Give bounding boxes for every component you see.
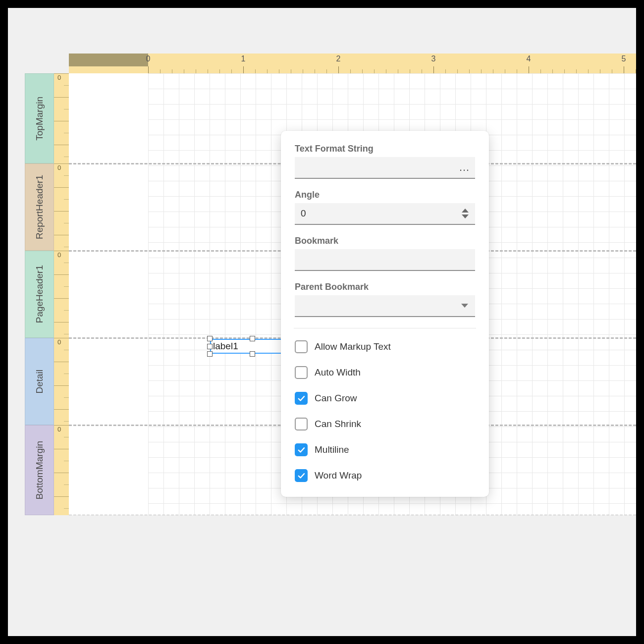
hruler-number: 3 [431, 54, 436, 63]
hruler-number: 1 [241, 54, 246, 63]
angle-spinner [459, 203, 471, 224]
band-label-text: PageHeader1 [34, 265, 45, 323]
checkbox-allow-markup[interactable]: Allow Markup Text [295, 340, 475, 353]
properties-popup: Text Format String … Angle 0 Bookmark Pa… [281, 131, 489, 497]
angle-label: Angle [295, 190, 475, 200]
checkbox-label: Word Wrap [315, 470, 362, 481]
vruler-number: 0 [57, 251, 61, 259]
checkbox-label: Multiline [315, 444, 349, 455]
checkbox-word-wrap[interactable]: Word Wrap [295, 469, 475, 482]
hruler-number: 2 [336, 54, 341, 63]
bookmark-label: Bookmark [295, 236, 475, 246]
angle-value: 0 [301, 208, 306, 219]
checkbox-label: Auto Width [315, 367, 361, 378]
checkbox-unchecked-icon[interactable] [295, 366, 308, 379]
checkbox-label: Can Shrink [315, 419, 361, 429]
parent-bookmark-label: Parent Bookmark [295, 282, 475, 292]
ellipsis-icon[interactable]: … [459, 161, 470, 174]
hruler-number: 4 [527, 54, 531, 63]
checkbox-checked-icon[interactable] [295, 392, 308, 405]
text-format-string-input[interactable]: … [295, 157, 475, 179]
checkbox-checked-icon[interactable] [295, 443, 308, 456]
checkbox-label: Allow Markup Text [315, 341, 391, 352]
band-report-header[interactable]: ReportHeader1 [25, 163, 54, 251]
bookmark-input[interactable] [295, 249, 475, 271]
resize-handle[interactable] [207, 344, 213, 349]
resize-handle[interactable] [250, 336, 255, 341]
checkbox-checked-icon[interactable] [295, 469, 308, 482]
band-labels-column: TopMarginReportHeader1PageHeader1DetailB… [25, 73, 54, 515]
vertical-ruler[interactable]: 00000 [54, 73, 69, 515]
designer-canvas: 012345 00000 TopMarginReportHeader1PageH… [8, 8, 636, 636]
angle-input[interactable]: 0 [295, 203, 475, 225]
band-bottom-margin[interactable]: BottomMargin [25, 425, 54, 515]
surface-end-area [69, 515, 636, 636]
band-label-text: Detail [34, 370, 45, 394]
band-detail[interactable]: Detail [25, 338, 54, 425]
ruler-corner [69, 54, 148, 66]
checkbox-can-shrink[interactable]: Can Shrink [295, 418, 475, 430]
band-label-text: ReportHeader1 [34, 175, 45, 239]
checkbox-unchecked-icon[interactable] [295, 418, 308, 430]
chevron-down-icon[interactable] [461, 304, 468, 308]
checkbox-unchecked-icon[interactable] [295, 340, 308, 353]
vruler-number: 0 [57, 426, 61, 433]
resize-handle[interactable] [207, 336, 213, 341]
vruler-number: 0 [57, 164, 61, 171]
vruler-number: 0 [57, 74, 61, 81]
parent-bookmark-select[interactable] [295, 295, 475, 317]
band-label-text: BottomMargin [34, 441, 45, 499]
ruler-top-strip [148, 54, 636, 66]
hruler-number: 5 [622, 54, 626, 63]
resize-handle[interactable] [207, 351, 213, 357]
band-page-header[interactable]: PageHeader1 [25, 251, 54, 338]
band-label-text: TopMargin [34, 97, 45, 141]
hruler-number: 0 [146, 54, 151, 63]
spinner-down-icon[interactable] [462, 215, 469, 218]
checkbox-auto-width[interactable]: Auto Width [295, 366, 475, 379]
resize-handle[interactable] [250, 351, 255, 357]
checkbox-multiline[interactable]: Multiline [295, 443, 475, 456]
checkbox-can-grow[interactable]: Can Grow [295, 392, 475, 405]
vruler-number: 0 [57, 338, 61, 346]
spinner-up-icon[interactable] [462, 209, 469, 213]
checkbox-label: Can Grow [315, 393, 357, 404]
band-top-margin[interactable]: TopMargin [25, 73, 54, 163]
popup-divider [294, 328, 476, 328]
text-format-string-label: Text Format String [295, 144, 475, 154]
horizontal-ruler[interactable]: 012345 [69, 66, 636, 73]
